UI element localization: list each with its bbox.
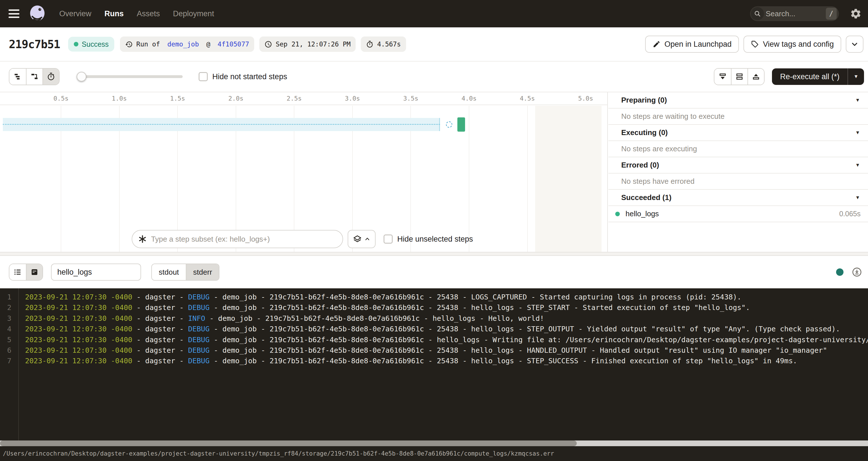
caret-down-icon[interactable]: ▼ <box>855 162 860 168</box>
log-line-number: 4 <box>0 324 11 334</box>
nav-item-deployment[interactable]: Deployment <box>173 9 214 18</box>
slider-knob[interactable] <box>76 72 86 82</box>
axis-tick-label: 3.0s <box>345 95 360 102</box>
flat-view-icon <box>13 72 22 81</box>
step-subset-field <box>132 230 343 248</box>
log-stream-tabs: stdoutstderr <box>151 264 219 281</box>
panel-empty-text: No steps have errored <box>621 177 694 186</box>
hide-unselected-control: Hide unselected steps <box>383 235 473 244</box>
panel-empty-row: No steps are waiting to execute <box>609 109 868 125</box>
dagster-logo[interactable] <box>28 4 47 23</box>
reexecute-all-button[interactable]: Re-execute all (*) <box>772 68 847 85</box>
tab-stderr[interactable]: stderr <box>186 264 219 280</box>
gantt-zoom-slider[interactable] <box>78 75 183 78</box>
gantt-toolbar: Hide not started steps <box>0 62 868 92</box>
raw-log-view-button[interactable] <box>26 264 42 280</box>
time-axis: 0.5s1.0s1.5s2.0s2.5s3.0s3.5s4.0s4.5s5.0s <box>0 92 607 105</box>
nav-item-overview[interactable]: Overview <box>59 9 91 18</box>
log-line-number: 6 <box>0 345 11 356</box>
structured-log-view-button[interactable] <box>9 264 26 280</box>
log-line-text: 2023-09-21 12:07:30 -0400 - dagster - DE… <box>25 356 797 366</box>
log-line-number: 1 <box>0 292 11 302</box>
expand-rows-button[interactable] <box>731 69 747 85</box>
view-tags-config-button[interactable]: View tags and config <box>743 36 841 53</box>
run-gantt-section: 0.5s1.0s1.5s2.0s2.5s3.0s3.5s4.0s4.5s5.0s <box>0 92 868 252</box>
view-mode-timed-button[interactable] <box>42 69 59 85</box>
axis-tick-label: 1.0s <box>112 95 127 102</box>
waiting-dotted-line <box>3 124 440 125</box>
console-icon <box>30 268 39 276</box>
hide-unselected-checkbox[interactable] <box>383 235 393 244</box>
panel-section-header[interactable]: Preparing (0)▼ <box>609 92 868 109</box>
log-timestamp: 2023-09-21 12:07:30 -0400 <box>25 336 132 344</box>
list-icon <box>13 268 22 277</box>
step-bar-hello-logs[interactable] <box>457 117 465 132</box>
panel-section-title: Errored (0) <box>621 161 659 170</box>
graph-query-toggle-button[interactable] <box>348 230 376 248</box>
view-mode-flat-button[interactable] <box>9 69 26 85</box>
caret-down-icon[interactable]: ▼ <box>855 195 860 201</box>
view-mode-waterfall-button[interactable] <box>26 69 42 85</box>
axis-tick-label: 4.5s <box>520 95 535 102</box>
reexecute-menu-caret[interactable]: ▼ <box>848 68 864 85</box>
panel-empty-row: No steps are executing <box>609 141 868 157</box>
panel-section-title: Preparing (0) <box>621 96 667 104</box>
run-actions-menu-button[interactable] <box>846 36 863 53</box>
horizontal-scrollbar-track[interactable] <box>0 440 868 446</box>
horizontal-scrollbar-thumb[interactable] <box>0 440 577 446</box>
log-step-filter-input[interactable] <box>51 264 141 281</box>
eject-rows-button[interactable] <box>747 69 764 85</box>
axis-tick-label: 0.5s <box>54 95 69 102</box>
panel-step-row[interactable]: hello_logs0.065s <box>609 206 868 222</box>
panel-empty-row: No steps have errored <box>609 174 868 190</box>
step-success-dot-icon <box>615 212 620 216</box>
job-name-link[interactable]: demo_job <box>167 40 199 48</box>
gantt-view-mode-group <box>9 68 60 85</box>
log-line-number: 7 <box>0 356 11 366</box>
log-level: DEBUG <box>188 346 210 355</box>
panel-section-title: Succeeded (1) <box>621 193 671 202</box>
log-line: 72023-09-21 12:07:30 -0400 - dagster - D… <box>0 356 868 366</box>
panel-section-header[interactable]: Succeeded (1)▼ <box>609 190 868 206</box>
hide-not-started-checkbox[interactable] <box>198 72 208 81</box>
log-level: DEBUG <box>188 293 210 301</box>
log-line-text: 2023-09-21 12:07:30 -0400 - dagster - DE… <box>25 335 868 345</box>
status-dot-icon <box>74 42 79 47</box>
nav-item-runs[interactable]: Runs <box>104 9 124 18</box>
nav-item-assets[interactable]: Assets <box>137 9 160 18</box>
log-lines: 12023-09-21 12:07:30 -0400 - dagster - D… <box>0 292 868 366</box>
hamburger-menu-icon[interactable] <box>8 9 20 18</box>
panel-section-header[interactable]: Errored (0)▼ <box>609 157 868 174</box>
pencil-icon <box>653 40 660 48</box>
stopwatch-icon <box>366 40 374 48</box>
log-level: DEBUG <box>188 325 210 333</box>
log-capture-status-dot <box>836 268 843 276</box>
panel-section-header[interactable]: Executing (0)▼ <box>609 125 868 141</box>
step-start-marker <box>446 121 452 128</box>
search-input[interactable] <box>766 9 826 18</box>
collapse-rows-button[interactable] <box>714 69 731 85</box>
gear-icon[interactable] <box>850 8 862 20</box>
caret-down-icon[interactable]: ▼ <box>855 97 860 103</box>
caret-down-icon[interactable]: ▼ <box>855 130 860 135</box>
status-label: Success <box>82 40 108 49</box>
log-level: DEBUG <box>188 336 210 344</box>
global-search[interactable]: / <box>750 6 839 21</box>
download-icon[interactable] <box>851 267 862 278</box>
log-line-number: 3 <box>0 313 11 324</box>
axis-tick-label: 5.0s <box>578 95 593 102</box>
log-line-text: 2023-09-21 12:07:30 -0400 - dagster - IN… <box>25 313 544 324</box>
pane-splitter-handle[interactable] <box>0 252 868 256</box>
log-line-text: 2023-09-21 12:07:30 -0400 - dagster - DE… <box>25 292 742 302</box>
open-in-launchpad-button[interactable]: Open in Launchpad <box>645 36 739 53</box>
commit-link[interactable]: 4f105077 <box>218 40 249 48</box>
tab-stdout[interactable]: stdout <box>152 264 186 280</box>
log-file-path: /Users/erincochran/Desktop/dagster-examp… <box>3 450 554 457</box>
step-duration: 0.065s <box>839 210 861 218</box>
step-subset-input[interactable] <box>151 235 337 244</box>
hide-not-started-label: Hide not started steps <box>212 72 287 81</box>
eject-up-icon <box>751 72 761 81</box>
log-toolbar: stdoutstderr <box>0 256 868 288</box>
log-line: 52023-09-21 12:07:30 -0400 - dagster - D… <box>0 335 868 345</box>
axis-tick-label: 3.5s <box>403 95 418 102</box>
